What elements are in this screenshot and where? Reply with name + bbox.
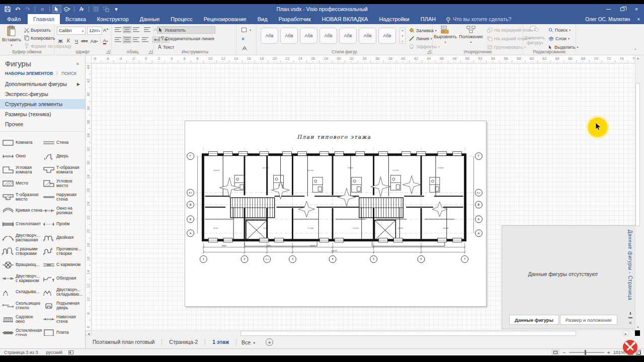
page-indicator[interactable]: Страница 3 из 3	[0, 350, 42, 355]
shape-master[interactable]: Дверь	[43, 149, 84, 163]
font-dialog-launcher[interactable]	[106, 50, 110, 54]
underline-button[interactable]: Ч	[73, 37, 80, 44]
tab-вставка[interactable]: Вставка	[60, 14, 92, 24]
shape-style-swatch[interactable]: Абв	[280, 28, 298, 44]
grow-font-button[interactable]: А▲	[103, 27, 109, 33]
user-name[interactable]: Олег ОС. Малютин	[585, 17, 630, 22]
align-middle-button[interactable]	[123, 26, 131, 33]
shape-master[interactable]: Двустворч... распашная	[2, 231, 43, 244]
tab-shape-data[interactable]: Данные фигуры	[509, 315, 559, 325]
align-center-button[interactable]	[123, 36, 131, 43]
font-edit-icon[interactable]: A▾	[77, 5, 86, 13]
shape-master[interactable]: Скользящее стекло	[2, 299, 43, 312]
shape-master[interactable]: Противоле... створки	[43, 244, 84, 258]
shape-master[interactable]: Т-образная комната	[43, 163, 84, 176]
shape-master[interactable]: Обходная	[43, 272, 84, 285]
shape-master[interactable]: Окно	[2, 149, 43, 163]
scroll-right-icon[interactable]: ▶	[623, 331, 629, 336]
position-button[interactable]: Положение▾	[458, 26, 484, 45]
undo-icon[interactable]: ↶▾	[13, 5, 22, 13]
stencil-item[interactable]: Размеры (техника)	[0, 109, 85, 119]
horizontal-scrollbar[interactable]: ◀ ▶	[86, 330, 635, 336]
restore-button[interactable]	[617, 5, 628, 13]
shape-master[interactable]: Складыва...	[2, 285, 43, 299]
stencil-item[interactable]: Экспресс-фигуры	[0, 89, 85, 99]
bullets-button[interactable]	[143, 26, 151, 33]
pointer-tool-icon[interactable]	[52, 5, 61, 13]
drawing-page[interactable]: План типового этажа	[185, 121, 487, 307]
zoom-out-icon[interactable]: −	[562, 349, 566, 355]
tab-главная[interactable]: Главная	[28, 14, 60, 24]
stencil-item[interactable]: Прочее	[0, 119, 85, 129]
layers-icon[interactable]: ▾	[62, 5, 71, 13]
collapse-ribbon-icon[interactable]: ⌃	[633, 48, 637, 53]
tab-рецензирование[interactable]: Рецензирование	[198, 14, 252, 24]
connector-tool-button[interactable]: Соединительная линия	[157, 35, 215, 42]
page-tab-3[interactable]: 1 этаж	[205, 336, 236, 348]
vertical-scroll-thumb[interactable]	[635, 83, 640, 226]
change-case-button[interactable]: Аа▾	[89, 37, 99, 44]
align-left-button[interactable]	[114, 36, 122, 43]
shape-master[interactable]: Угловая комната	[2, 163, 43, 176]
shape-master[interactable]: Стена	[43, 136, 84, 149]
macro-record-icon[interactable]	[68, 350, 73, 354]
shape-master[interactable]: С разными створками	[2, 244, 43, 258]
save-icon[interactable]	[3, 5, 12, 13]
shape-master[interactable]: Стеклопакет	[2, 217, 43, 231]
shape-styles-dialog-launcher[interactable]	[427, 50, 431, 54]
align-bottom-button[interactable]	[132, 26, 140, 33]
tab-процесс[interactable]: Процесс	[165, 14, 198, 24]
stencil-more-shapes[interactable]: Дополнительные фигуры▶	[0, 79, 85, 89]
shape-master[interactable]: Проём	[43, 217, 84, 231]
bold-button[interactable]: Ж	[57, 37, 64, 44]
zoom-in-icon[interactable]: +	[607, 349, 610, 355]
collapse-panel-icon[interactable]: «	[76, 61, 80, 66]
presentation-mode-icon[interactable]	[551, 349, 559, 355]
page-tab-all[interactable]: Все▲	[236, 339, 261, 345]
shape-master[interactable]: Двойная	[43, 231, 84, 244]
page-tab-1[interactable]: Поэтажный план готовый	[86, 336, 162, 348]
close-panel-icon[interactable]: ×	[629, 320, 632, 326]
shape-style-swatch[interactable]: Абв	[339, 28, 357, 44]
new-window-icon[interactable]	[636, 350, 641, 355]
strikethrough-button[interactable]: abc	[81, 37, 88, 44]
shape-master[interactable]: Подъемная дверь	[43, 299, 84, 312]
rectangle-tool-button[interactable]: ▾	[240, 26, 252, 34]
zoom-slider-thumb[interactable]	[585, 350, 586, 355]
vertical-scrollbar[interactable]: ▲ ▼	[635, 55, 640, 330]
add-page-button[interactable]: +	[266, 338, 273, 346]
font-color-button[interactable]: А▾	[100, 37, 110, 44]
pin-icon[interactable]	[628, 314, 632, 318]
tab-size-position[interactable]: Размер и положение	[560, 315, 617, 325]
qat-customize-icon[interactable]: ▾	[112, 5, 121, 13]
connection-point-button[interactable]: ×	[240, 35, 252, 43]
shape-style-swatch[interactable]: Абв	[261, 28, 278, 44]
gallery-scroll[interactable]: ▲▼≡	[399, 28, 406, 44]
italic-button[interactable]: К	[65, 37, 72, 44]
justify-button[interactable]	[141, 36, 149, 43]
tab-конструктор[interactable]: Конструктор	[92, 14, 134, 24]
align-top-button[interactable]	[114, 26, 122, 33]
minimize-button[interactable]	[603, 5, 614, 13]
tell-me-box[interactable]: Что вы хотите сделать?	[446, 14, 511, 24]
ellipse-tool-icon[interactable]: ○	[38, 5, 47, 13]
shape-master[interactable]: Т-образное место	[2, 190, 43, 204]
stencil-item[interactable]: Структурные элементы	[0, 99, 85, 109]
align-right-button[interactable]	[132, 36, 140, 43]
shape-master[interactable]: Кривая стена	[2, 204, 43, 217]
shape-master[interactable]: Комната	[2, 136, 43, 149]
page-tab-2[interactable]: Страница-2	[162, 336, 205, 348]
shape-master[interactable]: Двустворч... складываю...	[43, 285, 84, 299]
shape-style-swatch[interactable]: Абв	[319, 28, 337, 44]
shape-master[interactable]: Навесная стена	[43, 312, 84, 326]
font-family-select[interactable]: Calibri▾	[57, 27, 86, 35]
shape-master[interactable]: Окно на роликах	[43, 204, 84, 217]
tab-надстройки[interactable]: Надстройки	[373, 14, 415, 24]
document-close-icon[interactable]: ×	[637, 17, 640, 22]
tab-stencil-sets[interactable]: НАБОРЫ ЭЛЕМЕНТОВ	[5, 71, 53, 76]
align-button[interactable]: Выровнять▾	[434, 26, 457, 45]
shape-style-swatch[interactable]: Абв	[359, 28, 376, 44]
horizontal-scroll-thumb[interactable]	[240, 331, 576, 336]
zoom-level[interactable]: 101%	[613, 350, 625, 355]
tab-план[interactable]: ПЛАН	[415, 14, 441, 24]
